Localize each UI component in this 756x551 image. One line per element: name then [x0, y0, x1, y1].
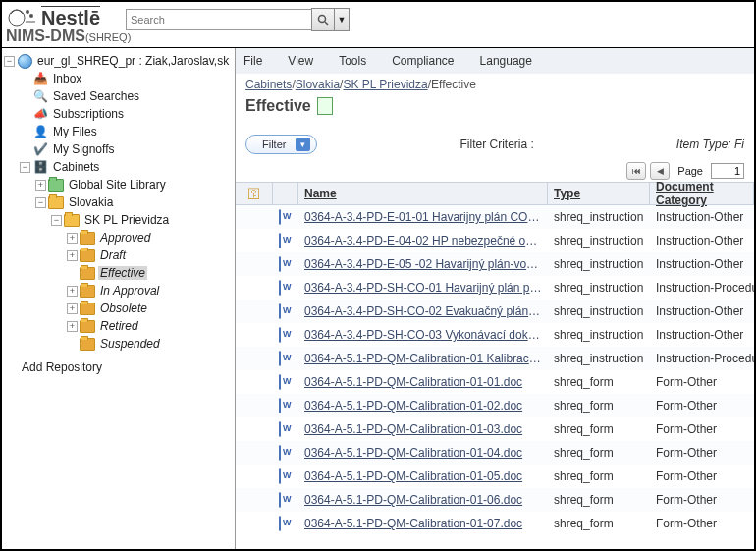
- breadcrumb-cabinets[interactable]: Cabinets: [245, 78, 292, 91]
- doc-category: Form-Other: [650, 399, 754, 413]
- table-row[interactable]: 0364-A-5.1-PD-QM-Calibration-01-04.docsh…: [236, 441, 754, 465]
- search-icon: [317, 14, 329, 26]
- doc-name-link[interactable]: 0364-A-3.4-PD-SH-CO-02 Evakuačný plán.do…: [298, 304, 548, 318]
- menu-compliance[interactable]: Compliance: [392, 54, 454, 68]
- tree-saved-searches[interactable]: 🔍Saved Searches: [4, 87, 233, 105]
- table-row[interactable]: 0364-A-3.4-PD-SH-CO-03 Vykonávací dokume…: [236, 323, 754, 347]
- tree-draft[interactable]: +Draft: [4, 247, 233, 264]
- doc-type: shreq_instruction: [548, 234, 650, 248]
- tree-subscriptions[interactable]: 📣Subscriptions: [4, 105, 233, 123]
- menu-file[interactable]: File: [243, 54, 262, 68]
- breadcrumb-skpl[interactable]: SK PL Prievidza: [343, 78, 427, 91]
- item-type-label: Item Type: Fi: [676, 138, 744, 151]
- doc-type: shreq_form: [548, 422, 650, 436]
- table-row[interactable]: 0364-A-5.1-PD-QM-Calibration-01-07.docsh…: [236, 512, 754, 535]
- table-row[interactable]: 0364-A-3.4-PD-E-05 -02 Havarijný plán-vo…: [236, 252, 754, 276]
- tree-sk-pl-prievidza[interactable]: −SK PL Prievidza: [4, 211, 233, 229]
- word-doc-icon: [279, 468, 281, 484]
- table-row[interactable]: 0364-A-3.4-PD-E-04-02 HP nebezpečné odpa…: [236, 229, 754, 252]
- doc-name-link[interactable]: 0364-A-3.4-PD-SH-CO-01 Havarijný plán pr…: [298, 281, 548, 295]
- doc-name-link[interactable]: 0364-A-5.1-PD-QM-Calibration-01 Kalibrac…: [298, 352, 548, 365]
- word-doc-icon: [279, 327, 281, 343]
- word-doc-icon: [279, 421, 281, 437]
- page-icon: [317, 97, 333, 115]
- table-row[interactable]: 0364-A-5.1-PD-QM-Calibration-01-02.docsh…: [236, 394, 754, 417]
- pager-label: Page: [677, 165, 703, 177]
- col-name[interactable]: Name: [298, 183, 548, 204]
- brand-name: Nestlē: [41, 6, 100, 28]
- doc-name-link[interactable]: 0364-A-5.1-PD-QM-Calibration-01-06.doc: [298, 493, 548, 507]
- filter-button[interactable]: Filter▾: [245, 135, 317, 154]
- menu-tools[interactable]: Tools: [339, 54, 366, 68]
- search-icon: 🔍: [32, 89, 48, 103]
- cabinet-icon: 🗄️: [32, 160, 48, 174]
- doc-category: Form-Other: [650, 493, 754, 507]
- menu-language[interactable]: Language: [480, 54, 532, 68]
- word-doc-icon: [279, 445, 281, 461]
- col-category[interactable]: Document Category: [650, 183, 754, 204]
- tree-effective[interactable]: Effective: [4, 264, 233, 282]
- doc-name-link[interactable]: 0364-A-5.1-PD-QM-Calibration-01-07.doc: [298, 517, 548, 530]
- doc-category: Instruction-Procedure: [650, 281, 754, 295]
- svg-point-2: [29, 14, 33, 18]
- doc-name-link[interactable]: 0364-A-5.1-PD-QM-Calibration-01-01.doc: [298, 375, 548, 389]
- doc-category: Instruction-Other: [650, 304, 754, 318]
- table-row[interactable]: 0364-A-3.4-PD-SH-CO-01 Havarijný plán pr…: [236, 276, 754, 300]
- tree-inbox[interactable]: 📥Inbox: [4, 70, 233, 87]
- search-button[interactable]: [311, 8, 335, 31]
- folder-icon: [80, 338, 95, 351]
- doc-type: shreq_instruction: [548, 328, 650, 342]
- word-doc-icon: [279, 256, 281, 272]
- search-input[interactable]: [126, 9, 312, 30]
- tree-retired[interactable]: +Retired: [4, 317, 233, 335]
- doc-name-link[interactable]: 0364-A-3.4-PD-E-04-02 HP nebezpečné odpa…: [298, 234, 548, 248]
- tree-my-files[interactable]: 👤My Files: [4, 123, 233, 140]
- search-dropdown[interactable]: ▼: [334, 8, 350, 31]
- doc-name-link[interactable]: 0364-A-3.4-PD-E-01-01 Havarijny plán CO.…: [298, 210, 548, 224]
- doc-name-link[interactable]: 0364-A-3.4-PD-SH-CO-03 Vykonávací dokume…: [298, 328, 548, 342]
- tree-in-approval[interactable]: +In Approval: [4, 282, 233, 300]
- doc-category: Instruction-Other: [650, 328, 754, 342]
- doc-category: Form-Other: [650, 469, 754, 483]
- table-row[interactable]: 0364-A-5.1-PD-QM-Calibration-01-03.docsh…: [236, 417, 754, 441]
- pager-input[interactable]: [711, 163, 744, 179]
- doc-category: Instruction-Other: [650, 234, 754, 248]
- table-row[interactable]: 0364-A-3.4-PD-E-01-01 Havarijny plán CO.…: [236, 205, 754, 229]
- tree-suspended[interactable]: Suspended: [4, 335, 233, 353]
- folder-icon: [80, 303, 95, 315]
- tree-cabinets[interactable]: −🗄️Cabinets: [4, 158, 233, 176]
- word-doc-icon: [279, 303, 281, 319]
- table-row[interactable]: 0364-A-5.1-PD-QM-Calibration-01 Kalibrac…: [236, 347, 754, 370]
- table-row[interactable]: 0364-A-3.4-PD-SH-CO-02 Evakuačný plán.do…: [236, 300, 754, 323]
- tree-obsolete[interactable]: +Obsolete: [4, 300, 233, 317]
- my-files-icon: 👤: [32, 125, 48, 138]
- table-row[interactable]: 0364-A-5.1-PD-QM-Calibration-01-05.docsh…: [236, 465, 754, 488]
- doc-name-link[interactable]: 0364-A-5.1-PD-QM-Calibration-01-03.doc: [298, 422, 548, 436]
- doc-name-link[interactable]: 0364-A-5.1-PD-QM-Calibration-01-02.doc: [298, 399, 548, 413]
- breadcrumb-slovakia[interactable]: Slovakia: [296, 78, 340, 91]
- doc-category: Instruction-Procedure: [650, 352, 754, 365]
- tree-approved[interactable]: +Approved: [4, 229, 233, 247]
- doc-type: shreq_instruction: [548, 352, 650, 365]
- table-row[interactable]: 0364-A-5.1-PD-QM-Calibration-01-01.docsh…: [236, 370, 754, 394]
- pager-first[interactable]: ⏮: [626, 162, 646, 180]
- table-row[interactable]: 0364-A-5.1-PD-QM-Calibration-01-06.docsh…: [236, 488, 754, 512]
- word-doc-icon: [279, 374, 281, 390]
- signoffs-icon: ✔️: [32, 142, 48, 156]
- inbox-icon: 📥: [32, 72, 48, 85]
- doc-name-link[interactable]: 0364-A-3.4-PD-E-05 -02 Havarijný plán-vo…: [298, 257, 548, 271]
- tree-slovakia[interactable]: −Slovakia: [4, 193, 233, 211]
- word-doc-icon: [279, 398, 281, 413]
- word-doc-icon: [279, 280, 281, 296]
- add-repository-link[interactable]: Add Repository: [4, 358, 233, 376]
- tree-global-site-library[interactable]: +Global Site Library: [4, 176, 233, 193]
- doc-type: shreq_instruction: [548, 281, 650, 295]
- tree-root[interactable]: −eur_gl_SHREQ_pr : Ziak,Jaroslav,sk: [4, 52, 233, 70]
- menu-view[interactable]: View: [288, 54, 313, 68]
- tree-my-signoffs[interactable]: ✔️My Signoffs: [4, 140, 233, 158]
- col-type[interactable]: Type: [548, 183, 650, 204]
- pager-prev[interactable]: ◀: [650, 162, 670, 180]
- app-name: NIMS-DMS(SHREQ): [6, 28, 131, 45]
- doc-name-link[interactable]: 0364-A-5.1-PD-QM-Calibration-01-05.doc: [298, 469, 548, 483]
- doc-name-link[interactable]: 0364-A-5.1-PD-QM-Calibration-01-04.doc: [298, 446, 548, 460]
